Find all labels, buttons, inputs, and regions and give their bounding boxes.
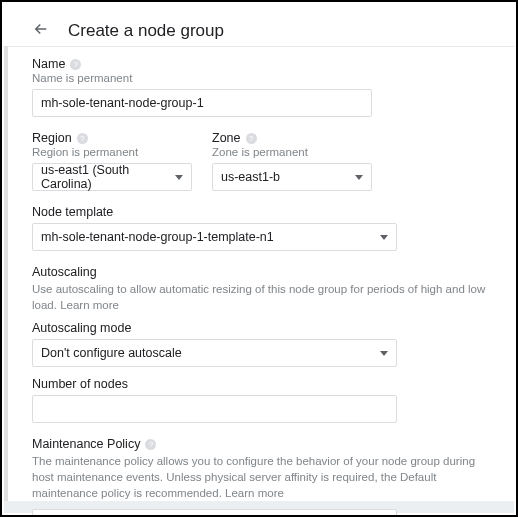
node-template-select[interactable]: mh-sole-tenant-node-group-1-template-n1 (32, 223, 397, 251)
number-of-nodes-label: Number of nodes (32, 377, 486, 391)
help-icon[interactable]: ? (70, 59, 81, 70)
help-icon[interactable]: ? (77, 133, 88, 144)
zone-select[interactable]: us-east1-b (212, 163, 372, 191)
zone-label: Zone (212, 131, 241, 145)
autoscaling-mode-label: Autoscaling mode (32, 321, 486, 335)
region-label: Region (32, 131, 72, 145)
learn-more-link[interactable]: Learn more (225, 487, 284, 499)
page-title: Create a node group (68, 21, 224, 41)
caret-down-icon (355, 175, 363, 180)
back-arrow-icon[interactable] (32, 20, 50, 41)
caret-down-icon (175, 175, 183, 180)
name-label: Name (32, 57, 65, 71)
region-select[interactable]: us-east1 (South Carolina) (32, 163, 192, 191)
autoscaling-mode-select[interactable]: Don't configure autoscale (32, 339, 397, 367)
caret-down-icon (380, 351, 388, 356)
name-hint: Name is permanent (32, 72, 486, 84)
template-label: Node template (32, 205, 113, 219)
page-header: Create a node group (32, 20, 486, 41)
learn-more-link[interactable]: Learn more (60, 299, 119, 311)
name-input[interactable] (32, 89, 372, 117)
number-of-nodes-input[interactable] (32, 395, 397, 423)
autoscaling-label: Autoscaling (32, 265, 97, 279)
maintenance-desc: The maintenance policy allows you to con… (32, 453, 486, 501)
region-hint: Region is permanent (32, 146, 192, 158)
help-icon[interactable]: ? (145, 439, 156, 450)
help-icon[interactable]: ? (246, 133, 257, 144)
maintenance-policy-select[interactable]: Default (32, 509, 397, 517)
caret-down-icon (380, 235, 388, 240)
zone-hint: Zone is permanent (212, 146, 372, 158)
autoscaling-desc: Use autoscaling to allow automatic resiz… (32, 281, 486, 313)
maintenance-label: Maintenance Policy (32, 437, 140, 451)
